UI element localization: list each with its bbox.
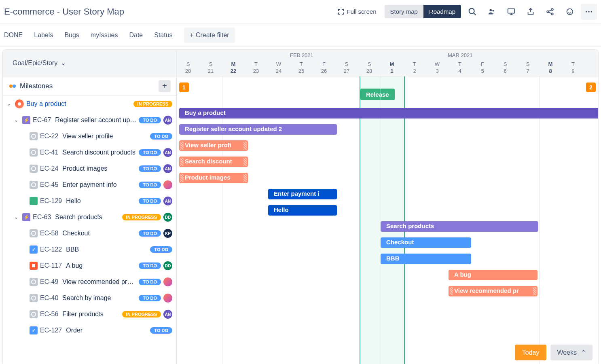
tree-row[interactable]: EC-129HelloTO DOAN — [3, 193, 176, 209]
avatar[interactable]: AN — [163, 310, 172, 319]
status-badge[interactable]: TO DO — [139, 165, 161, 172]
filter-labels[interactable]: Labels — [34, 32, 53, 39]
timeline-bar[interactable]: View recommended pr — [449, 286, 538, 296]
timeline-bar[interactable]: Product images — [179, 173, 248, 183]
tree-row[interactable]: EC-56Filter productsIN PROGRESSAN — [3, 306, 176, 322]
timeline-bar[interactable]: Search discount — [179, 157, 248, 167]
timeline-bar[interactable]: Checkout — [381, 237, 471, 248]
plus-icon: + — [190, 32, 193, 39]
zoom-dropdown[interactable]: Weeks ⌃ — [550, 345, 593, 360]
timeline-bar[interactable]: BBB — [381, 254, 471, 264]
marker-1[interactable]: 1 — [179, 83, 189, 92]
roadmap-tab[interactable]: Roadmap — [423, 5, 461, 18]
story-icon — [30, 165, 38, 173]
filter-status[interactable]: Status — [154, 32, 172, 39]
filter-done[interactable]: DONE — [4, 32, 23, 39]
story-icon — [30, 229, 38, 237]
day-cell: W3 — [426, 59, 449, 76]
marker-2[interactable]: 2 — [586, 83, 596, 92]
filter-myissues[interactable]: myIssues — [91, 32, 118, 39]
timeline-bar[interactable]: Enter payment i — [268, 189, 337, 199]
status-badge[interactable]: TO DO — [139, 198, 161, 204]
status-badge[interactable]: TO DO — [139, 182, 161, 188]
chevron-down-icon[interactable]: ⌄ — [7, 101, 13, 107]
tree-row[interactable]: EC-41Search discount productsTO DOAN — [3, 144, 176, 161]
svg-point-11 — [13, 85, 16, 88]
status-badge[interactable]: TO DO — [139, 117, 161, 123]
avatar[interactable] — [163, 294, 172, 303]
chevron-down-icon[interactable]: ⌄ — [14, 214, 20, 220]
issue-key: EC-117 — [40, 262, 62, 269]
issue-title: Hello — [66, 197, 136, 205]
status-badge[interactable]: TO DO — [139, 262, 161, 269]
avatar[interactable] — [163, 180, 172, 189]
tree-row[interactable]: EC-45Enter payment infoTO DO — [3, 177, 176, 193]
avatar[interactable]: DD — [163, 213, 172, 222]
search-button[interactable] — [464, 4, 480, 20]
today-button[interactable]: Today — [515, 345, 547, 360]
epic-icon — [22, 213, 30, 221]
timeline-bar[interactable]: A bug — [449, 270, 538, 280]
grouping-dropdown[interactable]: Goal/Epic/Story ⌄ — [3, 50, 176, 76]
release-marker[interactable]: Release — [360, 89, 395, 100]
status-badge[interactable]: TO DO — [139, 149, 161, 156]
status-badge[interactable]: IN PROGRESS — [122, 214, 161, 220]
status-badge[interactable]: TO DO — [139, 295, 161, 301]
filter-bugs[interactable]: Bugs — [64, 32, 79, 39]
tree-row[interactable]: ⌄EC-67Register seller account up…TO DOAN — [3, 112, 176, 128]
day-cell: W24 — [267, 59, 290, 76]
story-map-tab[interactable]: Story map — [385, 5, 423, 18]
share-button[interactable] — [542, 4, 558, 20]
add-milestone-button[interactable]: + — [159, 80, 171, 92]
filter-date[interactable]: Date — [129, 32, 143, 39]
story-icon — [30, 278, 38, 286]
issue-key: EC-58 — [40, 230, 58, 237]
timeline-bar[interactable]: View seller profi — [179, 140, 248, 151]
tree-row[interactable]: EC-40Search by imageTO DO — [3, 290, 176, 306]
tree-row[interactable]: EC-49View recommended prod…TO DO — [3, 274, 176, 290]
avatar[interactable]: AN — [163, 116, 172, 125]
status-badge[interactable]: TO DO — [139, 279, 161, 285]
tree-row[interactable]: EC-127OrderTO DO — [3, 322, 176, 339]
avatar[interactable]: AN — [163, 197, 172, 205]
avatar[interactable] — [163, 277, 172, 286]
tree-row[interactable]: EC-122BBBTO DO — [3, 241, 176, 258]
status-badge[interactable]: IN PROGRESS — [122, 311, 161, 317]
day-cell: M1 — [381, 59, 403, 76]
fullscreen-button[interactable]: Full screen — [333, 5, 381, 18]
team-button[interactable] — [484, 4, 500, 20]
status-badge[interactable]: TO DO — [139, 230, 161, 237]
export-button[interactable] — [523, 4, 539, 20]
status-badge[interactable]: TO DO — [150, 246, 172, 253]
more-button[interactable] — [581, 4, 597, 20]
timeline-body[interactable]: 1 2 Release Buy a productRegister seller… — [177, 76, 598, 364]
timeline[interactable]: S20S21M22T23W24T25F26S27S28M1T2W3T4F5S6S… — [177, 50, 598, 364]
feedback-button[interactable] — [561, 4, 578, 20]
page-title: E-commerce - User Story Map — [4, 6, 333, 17]
export-icon — [526, 7, 535, 16]
filters-bar: DONE Labels Bugs myIssues Date Status + … — [0, 23, 601, 47]
story-icon — [30, 294, 38, 302]
presentation-button[interactable] — [503, 4, 519, 20]
avatar[interactable]: KP — [163, 229, 172, 238]
avatar[interactable]: DD — [163, 261, 172, 270]
status-badge[interactable]: IN PROGRESS — [133, 101, 172, 107]
tree-row[interactable]: EC-24Product imagesTO DOAN — [3, 161, 176, 177]
timeline-bar[interactable]: Register seller account updated 2 — [179, 124, 337, 135]
status-badge[interactable]: TO DO — [150, 327, 172, 334]
status-badge[interactable]: TO DO — [150, 133, 172, 140]
tree-row[interactable]: EC-58CheckoutTO DOKP — [3, 225, 176, 241]
avatar[interactable]: AN — [163, 164, 172, 173]
timeline-bar[interactable]: Hello — [268, 205, 337, 216]
chevron-down-icon[interactable]: ⌄ — [14, 117, 20, 123]
story-icon — [30, 181, 38, 189]
tree-row[interactable]: EC-22View seller profileTO DO — [3, 128, 176, 144]
timeline-bar[interactable]: Search products — [381, 221, 538, 232]
tree-row[interactable]: EC-117A bugTO DODD — [3, 258, 176, 274]
day-cell: T9 — [562, 59, 584, 76]
create-filter-button[interactable]: + Create filter — [184, 28, 235, 43]
timeline-bar[interactable]: Buy a product — [179, 108, 598, 119]
tree-row[interactable]: ⌄EC-63Search productsIN PROGRESSDD — [3, 209, 176, 225]
avatar[interactable]: AN — [163, 148, 172, 157]
tree-row[interactable]: ⌄Buy a productIN PROGRESS — [3, 96, 176, 112]
